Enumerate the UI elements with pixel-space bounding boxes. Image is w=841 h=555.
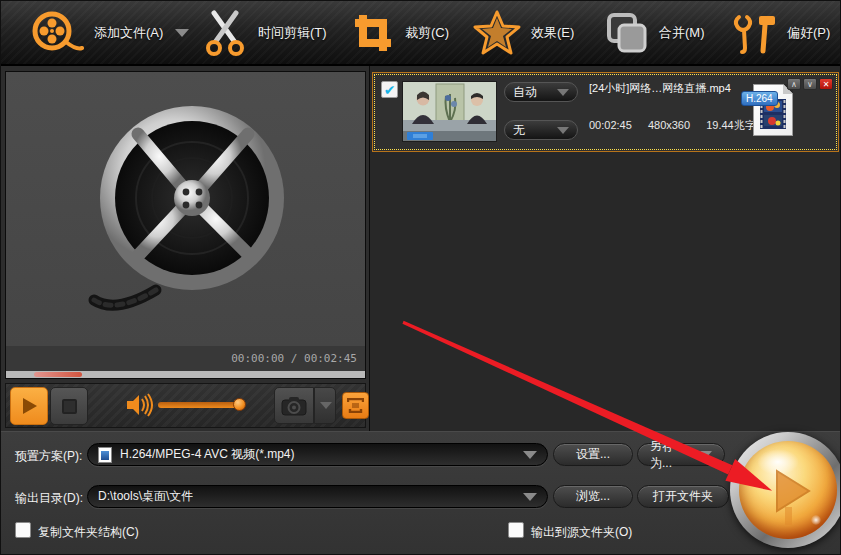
item-controls: ∧ ∨ ✕ [787,78,833,90]
volume-slider[interactable] [158,402,244,408]
chevron-down-icon [523,493,537,501]
tools-icon [731,11,777,55]
chevron-down-icon [320,402,332,409]
remove-file-button[interactable]: ✕ [819,78,833,90]
fullscreen-icon [347,398,364,413]
add-file-label: 添加文件(A) [94,24,163,42]
effects-button[interactable]: 效果(E) [473,1,574,64]
play-button[interactable] [10,387,48,425]
seek-bar[interactable] [6,371,365,378]
playback-time: 00:00:00 / 00:02:45 [6,346,365,371]
video-preview-panel: 00:00:00 / 00:02:45 [5,71,366,379]
move-down-button[interactable]: ∨ [803,78,817,90]
output-dir-label: 输出目录(D): [15,490,83,507]
preset-format-icon [98,447,112,463]
save-as-button-label: 另存为... [650,438,694,472]
move-up-button[interactable]: ∧ [787,78,801,90]
preset-combo[interactable]: H.264/MPEG-4 AVC 视频(*.mp4) [87,443,548,466]
crop-button[interactable]: 裁剪(C) [351,1,449,64]
file-checkbox[interactable]: ✔ [381,81,398,98]
merge-icon [601,11,649,55]
check-icon: ✔ [384,82,396,98]
output-to-source-checkbox[interactable] [508,522,524,538]
file-list-item[interactable]: ✔ [372,72,839,152]
camera-icon [281,396,307,416]
codec-badge: H.264 [741,91,778,106]
seek-bar-played [34,372,82,377]
snapshot-button[interactable] [274,387,314,424]
stop-button[interactable] [50,387,88,425]
preferences-label: 偏好(P) [787,24,830,42]
start-conversion-button[interactable] [730,432,841,548]
file-duration: 00:02:45 [589,119,632,131]
time-clip-button[interactable]: 时间剪辑(T) [204,1,327,64]
preferences-button[interactable]: 偏好(P) [731,1,830,64]
settings-button-label: 设置... [576,446,610,463]
chevron-down-icon [700,451,712,458]
item-effect-value: 无 [513,122,525,139]
snapshot-dropdown-button[interactable] [314,387,336,424]
browse-button-label: 浏览... [576,488,610,505]
output-to-source-label: 输出到源文件夹(O) [531,524,632,541]
open-folder-button[interactable]: 打开文件夹 [637,485,729,508]
preset-value: H.264/MPEG-4 AVC 视频(*.mp4) [120,446,295,463]
crop-label: 裁剪(C) [405,24,449,42]
stop-icon [62,399,77,414]
settings-button[interactable]: 设置... [553,443,633,466]
item-profile-value: 自动 [513,84,537,101]
star-icon [473,10,521,56]
volume-icon[interactable] [124,391,154,419]
output-dir-combo[interactable]: D:\tools\桌面\文件 [87,485,548,508]
chevron-down-icon [557,127,569,134]
convert-play-icon [739,441,837,539]
video-display [6,72,365,346]
add-file-button[interactable]: 添加文件(A) [26,1,189,64]
file-resolution: 480x360 [648,119,690,131]
film-reel-placeholder [76,94,296,324]
volume-handle[interactable] [233,398,246,411]
start-conversion-button-face [739,441,837,539]
crop-icon [351,11,395,55]
film-reel-icon [26,10,84,56]
file-list: ✔ [369,66,841,431]
merge-button[interactable]: 合并(M) [601,1,705,64]
time-clip-label: 时间剪辑(T) [258,24,327,42]
play-icon [19,396,39,416]
player-controls [5,383,366,428]
merge-label: 合并(M) [659,24,705,42]
browse-button[interactable]: 浏览... [553,485,633,508]
copy-structure-label: 复制文件夹结构(C) [38,524,139,541]
chevron-down-icon [523,451,537,459]
item-profile-dropdown[interactable]: 自动 [504,82,578,102]
preset-label: 预置方案(P): [15,448,82,465]
effects-label: 效果(E) [531,24,574,42]
output-panel: 预置方案(P): H.264/MPEG-4 AVC 视频(*.mp4) 设置..… [1,431,841,555]
scissors-icon [204,9,248,57]
copy-structure-checkbox[interactable] [15,522,31,538]
app-window: 添加文件(A) 时间剪辑(T) 裁剪(C) 效果(E) [0,0,841,555]
item-effect-dropdown[interactable]: 无 [504,120,578,140]
output-dir-value: D:\tools\桌面\文件 [98,488,193,505]
toolbar: 添加文件(A) 时间剪辑(T) 裁剪(C) 效果(E) [1,1,841,66]
video-thumbnail [402,81,497,142]
file-details: 00:02:45 480x360 19.44兆字节 [589,118,780,133]
add-file-dropdown-icon[interactable] [175,29,189,37]
open-folder-button-label: 打开文件夹 [653,488,713,505]
fullscreen-button[interactable] [342,392,369,419]
save-as-button[interactable]: 另存为... [637,443,725,466]
main-area: 00:00:00 / 00:02:45 [1,66,841,431]
file-name: [24小时]网络…网络直播.mp4 [589,81,731,96]
chevron-down-icon [557,89,569,96]
